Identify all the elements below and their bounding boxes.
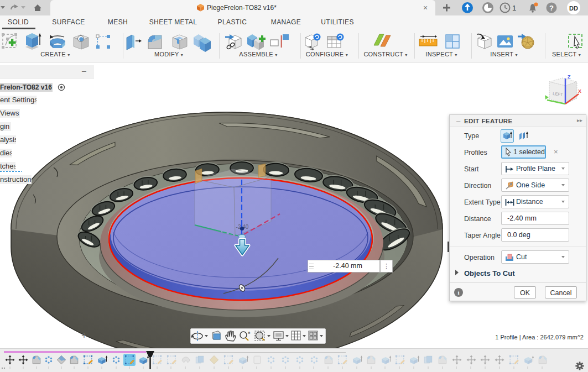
svg-text:?: ? (549, 4, 554, 12)
svg-text:Z: Z (568, 74, 571, 80)
svg-text:LEFT: LEFT (553, 91, 563, 97)
svg-text:X: X (578, 88, 581, 94)
svg-text:1: 1 (512, 4, 516, 12)
svg-text:DD: DD (569, 5, 578, 12)
svg-text:±: ± (248, 330, 251, 335)
